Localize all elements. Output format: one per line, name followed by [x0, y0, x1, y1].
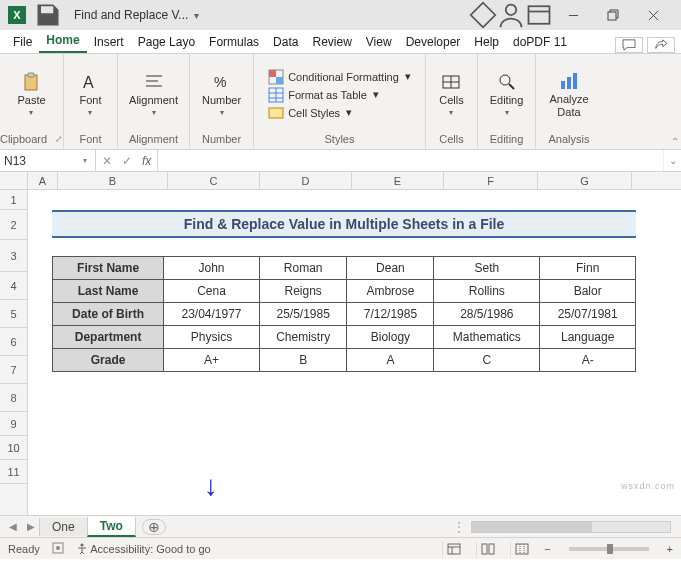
tab-developer[interactable]: Developer	[399, 33, 468, 53]
column-header[interactable]: C	[168, 172, 260, 189]
data-cell[interactable]: C	[434, 349, 540, 372]
close-button[interactable]	[633, 0, 673, 30]
data-cell[interactable]: Ambrose	[347, 280, 434, 303]
analyze-data-button[interactable]: Analyze Data	[543, 69, 594, 119]
minimize-button[interactable]	[553, 0, 593, 30]
fx-icon[interactable]: fx	[142, 154, 151, 168]
column-header[interactable]: F	[444, 172, 538, 189]
data-cell[interactable]: Cena	[164, 280, 260, 303]
save-icon[interactable]	[34, 0, 62, 30]
data-cell[interactable]: B	[259, 349, 347, 372]
data-cell[interactable]: Roman	[259, 257, 347, 280]
collapse-ribbon-icon[interactable]: ⌃	[671, 136, 679, 147]
name-box-dropdown-icon[interactable]: ▾	[79, 156, 91, 165]
data-cell[interactable]: Chemistry	[259, 326, 347, 349]
page-break-view-icon[interactable]	[510, 541, 532, 557]
column-header[interactable]: A	[28, 172, 58, 189]
new-sheet-button[interactable]: ⊕	[142, 519, 166, 535]
name-box[interactable]: N13 ▾	[0, 150, 96, 171]
row-header[interactable]: 9	[0, 412, 27, 436]
tab-page-layout[interactable]: Page Layo	[131, 33, 202, 53]
column-header[interactable]: D	[260, 172, 352, 189]
column-header[interactable]: E	[352, 172, 444, 189]
tab-insert[interactable]: Insert	[87, 33, 131, 53]
expand-formula-bar-icon[interactable]: ⌄	[663, 150, 681, 171]
user-icon[interactable]	[497, 0, 525, 30]
data-cell[interactable]: 23/04/1977	[164, 303, 260, 326]
data-cell[interactable]: Balor	[540, 280, 636, 303]
cell-styles-button[interactable]: Cell Styles▾	[268, 105, 352, 121]
diamond-icon[interactable]	[469, 0, 497, 30]
data-cell[interactable]: Dean	[347, 257, 434, 280]
row-header[interactable]: 4	[0, 272, 27, 300]
data-cell[interactable]: Biology	[347, 326, 434, 349]
data-cell[interactable]: Finn	[540, 257, 636, 280]
paste-button[interactable]: Paste ▾	[11, 70, 51, 119]
data-cell[interactable]: Language	[540, 326, 636, 349]
format-as-table-button[interactable]: Format as Table▾	[268, 87, 379, 103]
data-cell[interactable]: A+	[164, 349, 260, 372]
cells-area[interactable]: Find & Replace Value in Multiple Sheets …	[28, 190, 681, 515]
sheet-nav-prev-icon[interactable]: ◀	[4, 521, 22, 532]
row-header[interactable]: 3	[0, 240, 27, 272]
tab-help[interactable]: Help	[467, 33, 506, 53]
tab-file[interactable]: File	[6, 33, 39, 53]
data-cell[interactable]: Mathematics	[434, 326, 540, 349]
row-header[interactable]: 5	[0, 300, 27, 328]
cells-button[interactable]: Cells ▾	[433, 70, 469, 119]
tab-home[interactable]: Home	[39, 31, 86, 53]
data-cell[interactable]: Reigns	[259, 280, 347, 303]
row-header[interactable]: 11	[0, 460, 27, 484]
tab-data[interactable]: Data	[266, 33, 305, 53]
title-chevron-icon[interactable]: ▾	[194, 10, 199, 21]
data-cell[interactable]: Physics	[164, 326, 260, 349]
data-cell[interactable]: 25/07/1981	[540, 303, 636, 326]
data-cell[interactable]: A	[347, 349, 434, 372]
zoom-slider[interactable]	[569, 547, 649, 551]
tab-dopdf[interactable]: doPDF 11	[506, 33, 574, 53]
page-layout-view-icon[interactable]	[476, 541, 498, 557]
data-cell[interactable]: 7/12/1985	[347, 303, 434, 326]
data-cell[interactable]: A-	[540, 349, 636, 372]
sheet-nav-next-icon[interactable]: ▶	[22, 521, 40, 532]
row-header[interactable]: 10	[0, 436, 27, 460]
editing-button[interactable]: Editing ▾	[484, 70, 530, 119]
cancel-formula-icon[interactable]: ✕	[102, 154, 112, 168]
data-cell[interactable]: John	[164, 257, 260, 280]
font-button[interactable]: A Font ▾	[73, 70, 107, 119]
row-header[interactable]: 8	[0, 384, 27, 412]
tab-view[interactable]: View	[359, 33, 399, 53]
tab-formulas[interactable]: Formulas	[202, 33, 266, 53]
restore-button[interactable]	[593, 0, 633, 30]
row-header[interactable]: 7	[0, 356, 27, 384]
zoom-in-button[interactable]: +	[667, 543, 673, 555]
formula-input[interactable]	[158, 150, 663, 171]
data-cell[interactable]: Rollins	[434, 280, 540, 303]
conditional-formatting-button[interactable]: Conditional Formatting▾	[268, 69, 411, 85]
alignment-button[interactable]: Alignment ▾	[123, 70, 184, 119]
tab-scroll-split[interactable]: ⋮	[453, 520, 465, 534]
data-cell[interactable]: 25/5/1985	[259, 303, 347, 326]
row-header[interactable]: 6	[0, 328, 27, 356]
sheet-tab-one[interactable]: One	[39, 518, 88, 536]
number-button[interactable]: % Number ▾	[196, 70, 247, 119]
column-header[interactable]: B	[58, 172, 168, 189]
share-button[interactable]	[647, 37, 675, 53]
zoom-out-button[interactable]: −	[544, 543, 550, 555]
normal-view-icon[interactable]	[442, 541, 464, 557]
row-header[interactable]: 2	[0, 210, 27, 240]
comments-button[interactable]	[615, 37, 643, 53]
sheet-tab-two[interactable]: Two	[87, 517, 136, 537]
data-cell[interactable]: 28/5/1986	[434, 303, 540, 326]
data-cell[interactable]: Seth	[434, 257, 540, 280]
ribbon-display-icon[interactable]	[525, 0, 553, 30]
enter-formula-icon[interactable]: ✓	[122, 154, 132, 168]
dialog-launcher-icon[interactable]: ⤢	[55, 134, 63, 144]
macro-record-icon[interactable]	[52, 542, 64, 556]
select-all-triangle[interactable]	[0, 172, 28, 189]
accessibility-status[interactable]: Accessibility: Good to go	[76, 543, 211, 555]
horizontal-scrollbar[interactable]	[471, 521, 671, 533]
column-header[interactable]: G	[538, 172, 632, 189]
tab-review[interactable]: Review	[305, 33, 358, 53]
row-header[interactable]: 1	[0, 190, 27, 210]
